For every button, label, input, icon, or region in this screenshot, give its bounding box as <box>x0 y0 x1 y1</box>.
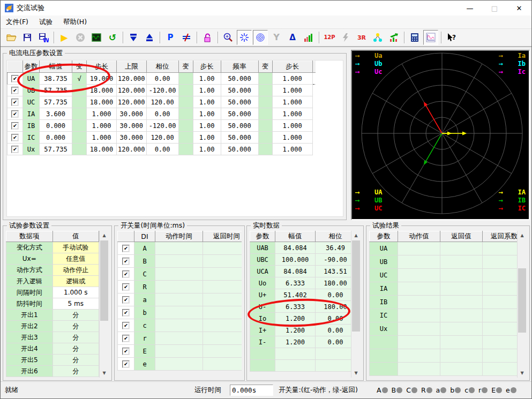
vi-column-header[interactable]: 相位 <box>146 61 178 73</box>
vi-cell[interactable] <box>178 144 193 155</box>
row-checkbox[interactable]: ✔ <box>11 99 19 106</box>
row-checkbox[interactable]: ✔ <box>11 122 19 130</box>
scroll-up-icon[interactable]: ▲ <box>100 231 109 240</box>
vi-column-header[interactable]: 频率 <box>221 61 258 73</box>
rt-column-header[interactable]: 幅值 <box>275 231 316 242</box>
menu-item-help[interactable]: 帮助(H) <box>58 16 92 28</box>
di-checkbox[interactable]: ✔ <box>122 309 130 317</box>
vi-cell[interactable] <box>178 108 193 120</box>
vi-cell[interactable]: 3.600 <box>40 108 72 120</box>
tp-value-cell[interactable]: 分 <box>53 321 99 332</box>
delta-mode-button[interactable]: Δ <box>285 30 300 45</box>
vi-cell[interactable]: 1.00 <box>193 96 221 108</box>
vi-cell[interactable]: 1.000 <box>87 132 117 144</box>
vi-cell[interactable]: 120.000 <box>117 85 147 96</box>
vi-cell[interactable]: 50.000 <box>221 144 258 155</box>
tp-column-header[interactable]: 值 <box>53 231 99 242</box>
sw-column-header[interactable]: 返回时间 <box>203 231 242 242</box>
tp-value-cell[interactable]: 逻辑或 <box>53 276 99 287</box>
vi-cell[interactable]: 0.00 <box>146 108 178 120</box>
vi-cell[interactable] <box>178 120 193 132</box>
phase-swap-button[interactable] <box>179 30 194 45</box>
vi-table-row[interactable]: ✔Ux57.73518.000120.0000.001.0050.0001.00… <box>8 144 316 155</box>
vi-cell[interactable]: 0.000 <box>40 132 72 144</box>
minimize-button[interactable]: — <box>458 1 482 16</box>
vi-cell[interactable]: UA <box>23 73 40 85</box>
vi-column-header[interactable]: 变 <box>258 61 272 73</box>
scroll-down-icon[interactable]: ▼ <box>100 368 109 378</box>
tp-value-cell[interactable]: 分 <box>53 310 99 321</box>
vi-cell[interactable]: 30.000 <box>117 120 147 132</box>
vi-cell[interactable] <box>72 120 87 132</box>
di-checkbox[interactable]: ✔ <box>122 245 130 252</box>
sync-rings-button[interactable] <box>253 30 268 45</box>
di-checkbox[interactable]: ✔ <box>122 270 130 278</box>
rt-column-header[interactable]: 相位 <box>316 231 351 242</box>
vi-cell[interactable]: 1.00 <box>193 73 221 85</box>
menu-item-test[interactable]: 试验 <box>34 16 58 28</box>
twelve-phase-button[interactable]: 12P <box>322 30 337 45</box>
context-help-button[interactable] <box>444 30 459 45</box>
vi-cell[interactable]: IB <box>23 120 40 132</box>
vi-cell[interactable]: 1.000 <box>272 120 312 132</box>
vi-cell[interactable]: IA <box>23 108 40 120</box>
row-checkbox[interactable]: ✔ <box>11 134 19 141</box>
results-scrollbar[interactable]: ▲ ▼ <box>517 231 527 378</box>
trend-chart-button[interactable] <box>386 30 401 45</box>
vi-cell[interactable]: 120.00 <box>146 96 178 108</box>
scroll-up-icon[interactable]: ▲ <box>518 231 527 240</box>
vi-cell[interactable]: 1.000 <box>272 132 312 144</box>
rt-column-header[interactable]: 参数 <box>250 231 275 242</box>
output-rays-button[interactable] <box>237 30 252 45</box>
undo-button[interactable]: ↺ <box>105 30 120 45</box>
vi-cell[interactable]: 18.000 <box>87 144 117 155</box>
vi-table-row[interactable]: ✔UA38.735√19.000120.0000.001.0050.0001.0… <box>8 73 316 85</box>
vi-column-header[interactable]: 步长 <box>193 61 221 73</box>
vi-cell[interactable]: 120.000 <box>117 73 147 85</box>
tp-value-cell[interactable]: 分 <box>53 343 99 355</box>
vi-cell[interactable]: 50.000 <box>221 132 258 144</box>
scroll-thumb[interactable] <box>518 268 526 333</box>
menu-item-file[interactable]: 文件(F) <box>1 16 34 28</box>
vi-cell[interactable] <box>258 132 272 144</box>
tp-value-cell[interactable]: 动作停止 <box>53 265 99 276</box>
vi-cell[interactable]: 0.00 <box>146 144 178 155</box>
vi-cell[interactable]: 30.000 <box>117 132 147 144</box>
scroll-down-icon[interactable]: ▼ <box>518 368 527 378</box>
tp-value-cell[interactable]: 5 ms <box>53 298 99 310</box>
oscilloscope-view-button[interactable] <box>89 30 104 45</box>
vi-cell[interactable] <box>72 132 87 144</box>
vector-dots-button[interactable] <box>370 30 385 45</box>
vi-table-row[interactable]: ✔IC0.0001.00030.000120.001.0050.0001.000 <box>8 132 316 144</box>
step-down-button[interactable] <box>126 30 141 45</box>
vi-cell[interactable]: 1.000 <box>87 120 117 132</box>
vi-cell[interactable] <box>178 132 193 144</box>
vi-column-header[interactable]: 幅值 <box>40 61 72 73</box>
scroll-up-icon[interactable]: ▲ <box>351 231 361 240</box>
vi-cell[interactable] <box>72 108 87 120</box>
vi-cell[interactable]: 38.735 <box>40 73 72 85</box>
di-checkbox[interactable]: ✔ <box>122 296 130 304</box>
vi-cell[interactable]: 1.000 <box>272 144 312 155</box>
vi-cell[interactable]: 18.000 <box>87 85 117 96</box>
vi-cell[interactable]: 57.735 <box>40 85 72 96</box>
vi-cell[interactable] <box>258 96 272 108</box>
di-checkbox[interactable]: ✔ <box>122 283 130 291</box>
vi-cell[interactable]: 57.735 <box>40 144 72 155</box>
scroll-down-icon[interactable]: ▼ <box>351 368 361 378</box>
di-checkbox[interactable]: ✔ <box>122 322 130 329</box>
vi-cell[interactable] <box>72 85 87 96</box>
tp-value-cell[interactable]: 分 <box>53 332 99 343</box>
vi-cell[interactable] <box>258 85 272 96</box>
vi-cell[interactable]: UB <box>23 85 40 96</box>
rs-column-header[interactable]: 返回系数 <box>483 231 518 242</box>
tp-column-header[interactable]: 数据项 <box>6 231 53 242</box>
vi-cell[interactable]: 120.00 <box>146 132 178 144</box>
vi-cell[interactable]: 1.000 <box>272 108 312 120</box>
di-checkbox[interactable]: ✔ <box>122 335 130 342</box>
vi-cell[interactable]: 1.000 <box>272 85 312 96</box>
di-checkbox[interactable]: ✔ <box>122 258 130 265</box>
vi-cell[interactable]: 0.00 <box>146 73 178 85</box>
vi-cell[interactable]: 50.000 <box>221 108 258 120</box>
vi-table-row[interactable]: ✔IB0.0001.00030.000-120.001.0050.0001.00… <box>8 120 316 132</box>
